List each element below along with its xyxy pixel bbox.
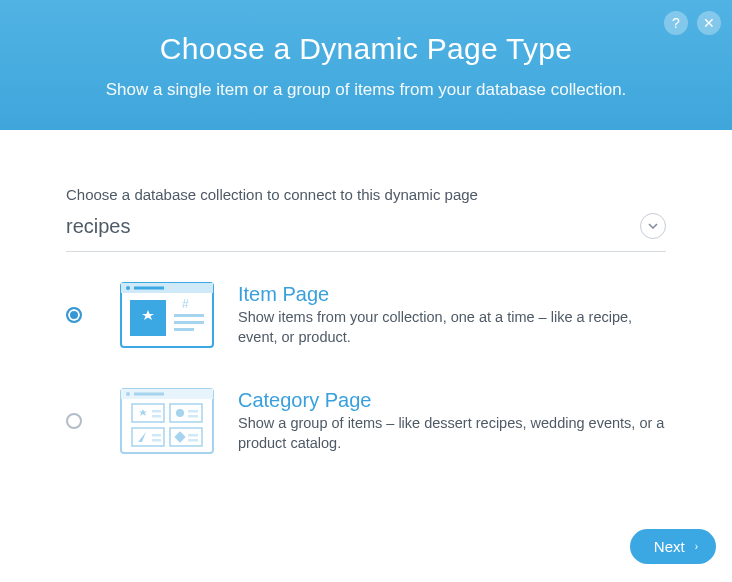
- page-type-options: # Item Page Show items from your collect…: [66, 282, 666, 454]
- svg-point-2: [126, 286, 130, 290]
- option-category-page[interactable]: Category Page Show a group of items – li…: [66, 388, 666, 454]
- collection-value: recipes: [66, 215, 130, 238]
- dialog-subtitle: Show a single item or a group of items f…: [0, 80, 732, 100]
- svg-text:#: #: [182, 297, 189, 311]
- svg-rect-7: [174, 321, 204, 324]
- svg-point-11: [126, 392, 130, 396]
- radio-item-page[interactable]: [66, 307, 82, 323]
- help-button[interactable]: ?: [664, 11, 688, 35]
- option-title: Item Page: [238, 283, 666, 306]
- help-icon: ?: [672, 15, 680, 31]
- category-page-thumbnail-icon: [120, 388, 214, 454]
- svg-rect-22: [152, 439, 161, 442]
- option-item-page-text: Item Page Show items from your collectio…: [238, 283, 666, 347]
- close-icon: ✕: [703, 15, 715, 31]
- arrow-right-icon: ›: [695, 541, 698, 552]
- option-item-page[interactable]: # Item Page Show items from your collect…: [66, 282, 666, 348]
- svg-rect-21: [152, 434, 161, 437]
- option-desc: Show items from your collection, one at …: [238, 308, 666, 347]
- option-category-page-text: Category Page Show a group of items – li…: [238, 389, 666, 453]
- svg-rect-12: [134, 393, 164, 396]
- collection-dropdown[interactable]: recipes: [66, 203, 666, 252]
- svg-rect-26: [188, 439, 198, 442]
- svg-rect-18: [188, 410, 198, 413]
- item-page-thumbnail-icon: #: [120, 282, 214, 348]
- svg-rect-6: [174, 314, 204, 317]
- svg-rect-15: [152, 415, 161, 418]
- svg-point-17: [176, 409, 184, 417]
- dialog-header: ? ✕ Choose a Dynamic Page Type Show a si…: [0, 0, 732, 130]
- dialog-body: Choose a database collection to connect …: [0, 130, 732, 454]
- option-title: Category Page: [238, 389, 666, 412]
- option-desc: Show a group of items – like dessert rec…: [238, 414, 666, 453]
- next-button-label: Next: [654, 538, 685, 555]
- next-button[interactable]: Next ›: [630, 529, 716, 564]
- dialog-title: Choose a Dynamic Page Type: [0, 32, 732, 66]
- radio-category-page[interactable]: [66, 413, 82, 429]
- dialog-footer: Next ›: [630, 529, 716, 564]
- svg-rect-25: [188, 434, 198, 437]
- svg-rect-4: [130, 300, 166, 336]
- collection-label: Choose a database collection to connect …: [66, 186, 666, 203]
- header-actions: ? ✕: [664, 11, 721, 35]
- svg-rect-8: [174, 328, 194, 331]
- svg-rect-19: [188, 415, 198, 418]
- svg-rect-14: [152, 410, 161, 413]
- chevron-down-icon: [640, 213, 666, 239]
- svg-rect-3: [134, 287, 164, 290]
- close-button[interactable]: ✕: [697, 11, 721, 35]
